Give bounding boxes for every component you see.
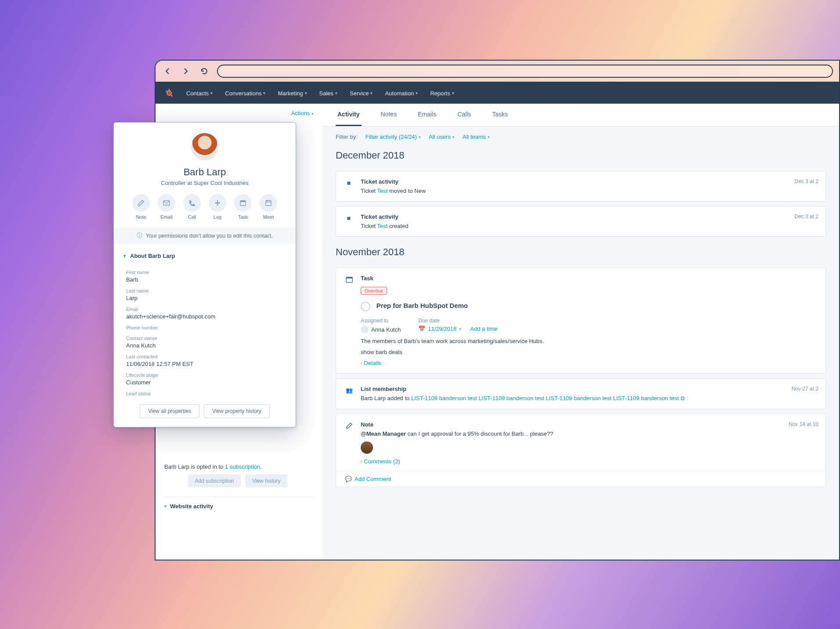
filter-teams[interactable]: All teams▾ [463,134,490,140]
actions-dropdown[interactable]: Actions ▾ [164,110,314,116]
note-button[interactable] [132,194,150,212]
people-icon: 👥 [345,386,354,394]
reload-button[interactable] [199,65,210,77]
card-text: Barb Larp added to LIST-1109 banderson t… [361,395,817,402]
list-membership-card: 👥 Nov 27 at 2 List membership Barb Larp … [336,378,826,409]
tab-notes[interactable]: Notes [379,104,399,126]
nav-marketing[interactable]: Marketing▾ [278,90,307,97]
ticket-icon: ◆ [343,212,355,224]
prop-label: Last contacted [126,354,283,359]
subscription-link[interactable]: 1 subscription [225,463,260,470]
hubspot-logo-icon [164,88,174,98]
prop-value: Anna Kutch [126,342,283,349]
prop-label: Email [126,307,283,312]
prop-value: Customer [126,379,283,386]
add-time-link[interactable]: Add a time [470,325,497,332]
about-section-header[interactable]: ▾ About Barb Larp [114,247,296,264]
nav-reports[interactable]: Reports▾ [430,90,454,97]
nav-sales[interactable]: Sales▾ [319,90,338,97]
view-property-history-button[interactable]: View property history [204,404,270,418]
add-comment-button[interactable]: 💬 Add Comment [336,471,826,487]
prop-value: akutch+science+fair@hubspot.com [126,313,283,320]
meet-button[interactable] [260,194,277,212]
add-subscription-button[interactable]: Add subscription [188,474,241,488]
card-timestamp: Nov 14 at 10 [789,421,818,427]
tab-calls[interactable]: Calls [456,104,473,126]
contact-actions: Note Email Call Log Task Meet [114,194,296,220]
comments-toggle[interactable]: ›Comments (2) [361,458,817,465]
website-activity-section[interactable]: ▾ Website activity [164,496,314,516]
activity-tabs: Activity Notes Emails Calls Tasks [322,104,839,127]
chevron-down-icon: ▾ [164,504,167,509]
prop-label: Contact owner [126,336,283,341]
nav-contacts[interactable]: Contacts▾ [186,90,213,97]
ticket-activity-card: ◆ Dec 3 at 2 Ticket activity Ticket Test… [336,171,826,202]
details-toggle[interactable]: ›Details [361,360,817,366]
comment-icon: 💬 [345,476,352,482]
filter-bar: Filter by: Filter activity (24/24)▾ All … [322,127,839,145]
prop-label: Lead status [126,391,283,396]
view-history-button[interactable]: View history [245,474,287,488]
task-description: The members of Barb's team work across m… [361,338,817,344]
card-timestamp: Nov 27 at 2 [792,386,818,392]
chevron-down-icon: ▾ [123,253,126,258]
list-links[interactable]: LIST-1109 banderson test LIST-1109 bande… [411,395,679,401]
right-column: Activity Notes Emails Calls Tasks Filter… [322,104,839,560]
task-card: Task Overdue Prep for Barb HubSpot Demo … [336,268,826,374]
nav-automation[interactable]: Automation▾ [385,90,418,97]
svg-rect-6 [346,277,352,278]
prop-value: 11/06/2018 12:57 PM EST [126,361,283,367]
nav-conversations[interactable]: Conversations▾ [225,90,265,97]
back-button[interactable] [162,65,173,77]
task-checkbox[interactable] [361,302,370,311]
prop-value: Larp [126,295,283,301]
card-timestamp: Dec 3 at 2 [794,178,818,184]
card-title: Note [361,421,817,428]
contact-avatar [191,133,218,160]
nav-service[interactable]: Service▾ [350,90,373,97]
avatar-icon [361,325,369,333]
tab-emails[interactable]: Emails [416,104,438,126]
view-all-properties-button[interactable]: View all properties [140,404,199,418]
due-date-picker[interactable]: 11/29/2018 [428,325,456,332]
contact-name: Barb Larp [114,166,296,178]
email-button[interactable] [158,194,175,212]
task-button[interactable] [234,194,252,212]
contact-role: Controller at Super Cool Industries [114,180,296,186]
card-text: Ticket Test created [361,223,817,229]
contact-card: Barb Larp Controller at Super Cool Indus… [113,122,296,427]
ticket-link[interactable]: Test [377,188,388,194]
svg-rect-7 [163,201,170,205]
note-author-avatar [361,441,373,454]
svg-point-1 [168,92,170,94]
filter-activity[interactable]: Filter activity (24/24)▾ [366,134,421,140]
external-link-icon[interactable]: ⧉ [681,395,684,401]
log-button[interactable] [209,194,226,212]
ticket-icon: ◆ [343,177,355,189]
card-text: Ticket Test moved to New [361,188,817,194]
prop-label: First name [126,270,283,275]
note-text: @Mean Manager can I get approval for a 9… [361,430,817,437]
filter-users[interactable]: All users▾ [429,134,455,140]
card-title: List membership [361,386,817,392]
month-november: November 2018 [322,241,839,263]
ticket-link[interactable]: Test [377,223,388,229]
task-name[interactable]: Prep for Barb HubSpot Demo [377,302,468,309]
forward-button[interactable] [180,65,192,77]
permission-notice: ⓘ Your permissions don't allow you to ed… [114,228,296,244]
card-title: Ticket activity [361,213,817,220]
task-description: show barb deals [361,349,817,355]
contact-properties: First nameBarb Last nameLarp Emailakutch… [114,270,296,396]
app-topnav: Contacts▾ Conversations▾ Marketing▾ Sale… [156,83,839,104]
svg-line-3 [166,91,168,92]
url-bar[interactable] [217,65,833,78]
tab-tasks[interactable]: Tasks [490,104,510,126]
call-button[interactable] [183,194,201,212]
note-card: Nov 14 at 10 Note @Mean Manager can I ge… [336,414,826,487]
card-timestamp: Dec 3 at 2 [794,213,818,220]
info-icon: ⓘ [137,232,142,239]
assigned-value[interactable]: Anna Kutch [361,325,401,333]
edit-icon [345,421,354,430]
prop-label: Last name [126,288,283,293]
tab-activity[interactable]: Activity [336,104,362,126]
